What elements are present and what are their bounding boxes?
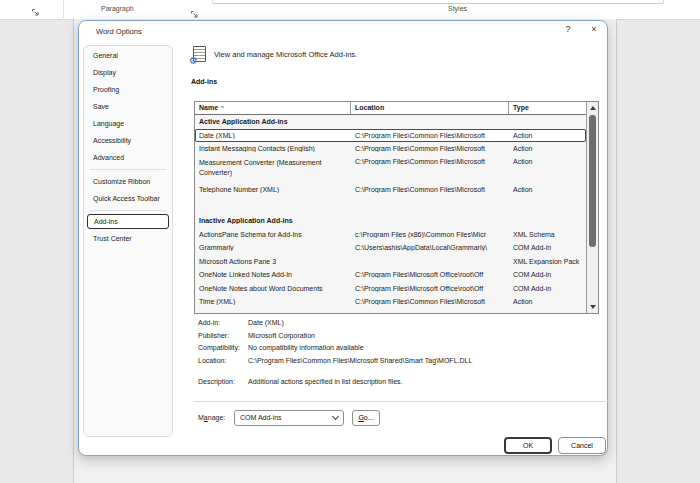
ribbon-group-separator — [63, 0, 64, 18]
sidebar-divider — [90, 169, 166, 170]
section-divider — [194, 401, 609, 402]
detail-row: Location:C:\Program Files\Common Files\M… — [198, 355, 598, 368]
sidebar-item-trust-center[interactable]: Trust Center — [84, 230, 172, 247]
table-body: Active Application Add-insDate (XML)C:\P… — [195, 115, 586, 309]
sidebar-item-proofing[interactable]: Proofing — [84, 81, 172, 98]
sidebar-item-save[interactable]: Save — [84, 98, 172, 115]
cancel-button[interactable]: Cancel — [558, 437, 606, 454]
table-row[interactable]: Telephone Number (XML)C:\Program Files\C… — [195, 183, 586, 197]
sidebar-item-quick-access-toolbar[interactable]: Quick Access Toolbar — [84, 190, 172, 207]
detail-row: Description:Additional actions specified… — [198, 376, 598, 389]
detail-row: Compatibility:No compatibility informati… — [198, 342, 598, 355]
addins-table: Name^ Location Type Active Application A… — [194, 101, 599, 314]
table-row[interactable]: OneNote Notes about Word DocumentsC:\Pro… — [195, 282, 586, 296]
table-section-row: Inactive Application Add-ins — [195, 214, 586, 228]
table-row[interactable]: Date (XML)C:\Program Files\Common Files\… — [195, 129, 586, 143]
addins-section-label: Add-ins — [191, 78, 217, 85]
detail-row: Add-in:Date (XML) — [198, 317, 598, 330]
ribbon-strip: Paragraph Styles — [0, 0, 700, 20]
scrollbar-thumb[interactable] — [589, 115, 596, 247]
table-row[interactable]: GrammarlyC:\Users\ashis\AppData\Local\Gr… — [195, 241, 586, 255]
table-section-row: Active Application Add-ins — [195, 115, 586, 129]
manage-row: Manage: COM Add-ins Go... — [198, 409, 380, 426]
sidebar-item-customize-ribbon[interactable]: Customize Ribbon — [84, 173, 172, 190]
ok-button[interactable]: OK — [504, 437, 552, 454]
sidebar-item-display[interactable]: Display — [84, 64, 172, 81]
table-blank-row — [195, 196, 586, 214]
sidebar: GeneralDisplayProofingSaveLanguageAccess… — [83, 45, 173, 437]
styles-group-label: Styles — [448, 5, 467, 12]
help-button[interactable]: ? — [561, 24, 575, 34]
styles-gallery-edge — [212, 0, 664, 4]
detail-row: Publisher:Microsoft Corporation — [198, 330, 598, 343]
scroll-up-icon[interactable] — [587, 102, 598, 114]
go-button[interactable]: Go... — [352, 410, 380, 426]
addin-details-panel: Add-in:Date (XML)Publisher:Microsoft Cor… — [198, 317, 598, 389]
dialog-title: Word Options — [96, 27, 142, 36]
sidebar-item-advanced[interactable]: Advanced — [84, 149, 172, 166]
table-row[interactable]: Measurement Converter (Measurement Conve… — [195, 156, 586, 183]
manage-dropdown[interactable]: COM Add-ins — [234, 410, 344, 426]
manage-dropdown-value: COM Add-ins — [240, 414, 282, 421]
sort-ascending-indicator: ^ — [221, 105, 224, 111]
gear-icon: ⚙ — [189, 56, 198, 66]
sidebar-item-language[interactable]: Language — [84, 115, 172, 132]
chevron-down-icon — [332, 413, 339, 420]
table-row[interactable]: ActionsPane Schema for Add-Insc:\Program… — [195, 228, 586, 242]
sidebar-item-general[interactable]: General — [84, 47, 172, 64]
paragraph-group-label: Paragraph — [101, 5, 134, 12]
column-header-name[interactable]: Name^ — [195, 102, 351, 114]
dialog-launcher-icon[interactable] — [31, 8, 40, 17]
manage-label: Manage: — [198, 414, 234, 421]
column-header-type[interactable]: Type — [509, 102, 586, 114]
sidebar-item-add-ins[interactable]: Add-ins — [87, 214, 169, 229]
table-scrollbar[interactable] — [586, 102, 598, 313]
close-icon[interactable]: × — [587, 24, 601, 34]
word-options-dialog: Word Options ? × GeneralDisplayProofingS… — [78, 20, 608, 456]
sidebar-item-accessibility[interactable]: Accessibility — [84, 132, 172, 149]
scroll-down-icon[interactable] — [587, 301, 598, 313]
addins-page-header: ⚙ View and manage Microsoft Office Add-i… — [193, 44, 357, 64]
table-row[interactable]: Instant Messaging Contacts (English)C:\P… — [195, 142, 586, 156]
table-row[interactable]: Microsoft Actions Pane 3XML Expansion Pa… — [195, 255, 586, 269]
column-header-location[interactable]: Location — [351, 102, 509, 114]
table-header-row: Name^ Location Type — [195, 102, 586, 115]
addins-page-header-text: View and manage Microsoft Office Add-ins… — [214, 50, 357, 59]
sidebar-divider — [90, 210, 166, 211]
dialog-launcher-icon[interactable] — [190, 10, 199, 19]
table-row[interactable]: Time (XML)C:\Program Files\Common Files\… — [195, 295, 586, 309]
table-row[interactable]: OneNote Linked Notes Add-InC:\Program Fi… — [195, 268, 586, 282]
addins-manage-icon: ⚙ — [193, 46, 206, 62]
